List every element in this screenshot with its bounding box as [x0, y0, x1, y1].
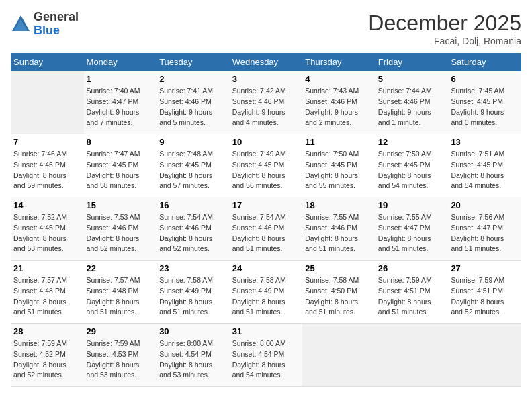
day-number: 11	[305, 137, 373, 147]
day-info: Sunrise: 7:52 AMSunset: 4:45 PMDaylight:…	[13, 212, 81, 255]
day-number: 2	[159, 74, 227, 84]
day-number: 23	[159, 263, 227, 273]
calendar-cell: 11Sunrise: 7:50 AMSunset: 4:45 PMDayligh…	[302, 134, 375, 197]
day-info: Sunrise: 8:00 AMSunset: 4:54 PMDaylight:…	[159, 338, 227, 381]
day-info: Sunrise: 7:50 AMSunset: 4:45 PMDaylight:…	[305, 149, 373, 191]
page-header: General Blue December 2025 Facai, Dolj, …	[11, 11, 521, 46]
calendar-cell: 27Sunrise: 7:59 AMSunset: 4:51 PMDayligh…	[448, 261, 521, 324]
day-info: Sunrise: 7:50 AMSunset: 4:45 PMDaylight:…	[378, 149, 446, 191]
day-info: Sunrise: 7:59 AMSunset: 4:51 PMDaylight:…	[451, 275, 519, 318]
day-info: Sunrise: 7:54 AMSunset: 4:46 PMDaylight:…	[232, 212, 300, 255]
day-info: Sunrise: 7:45 AMSunset: 4:45 PMDaylight:…	[451, 86, 519, 128]
day-number: 15	[87, 200, 154, 210]
calendar-cell: 2Sunrise: 7:41 AMSunset: 4:46 PMDaylight…	[157, 71, 230, 134]
calendar-cell	[302, 324, 375, 387]
month-title: December 2025	[368, 11, 521, 36]
calendar-table: SundayMondayTuesdayWednesdayThursdayFrid…	[11, 53, 521, 387]
day-info: Sunrise: 7:57 AMSunset: 4:48 PMDaylight:…	[13, 275, 81, 318]
day-info: Sunrise: 7:58 AMSunset: 4:49 PMDaylight:…	[232, 275, 300, 318]
weekday-header-friday: Friday	[375, 53, 449, 71]
day-number: 14	[13, 200, 81, 210]
day-number: 21	[13, 263, 81, 273]
day-number: 25	[305, 263, 373, 273]
day-info: Sunrise: 7:44 AMSunset: 4:46 PMDaylight:…	[378, 86, 446, 128]
day-number: 28	[13, 326, 81, 336]
calendar-cell: 6Sunrise: 7:45 AMSunset: 4:45 PMDaylight…	[448, 71, 521, 134]
day-number: 1	[87, 74, 154, 84]
weekday-header-sunday: Sunday	[11, 53, 84, 71]
day-info: Sunrise: 7:40 AMSunset: 4:47 PMDaylight:…	[87, 86, 154, 128]
week-row-2: 7Sunrise: 7:46 AMSunset: 4:45 PMDaylight…	[11, 134, 521, 197]
title-block: December 2025 Facai, Dolj, Romania	[368, 11, 521, 46]
day-info: Sunrise: 7:49 AMSunset: 4:45 PMDaylight:…	[232, 149, 300, 191]
logo-text: General Blue	[34, 11, 79, 38]
day-number: 4	[305, 74, 373, 84]
location: Facai, Dolj, Romania	[368, 36, 521, 46]
week-row-4: 21Sunrise: 7:57 AMSunset: 4:48 PMDayligh…	[11, 261, 521, 324]
weekday-header-saturday: Saturday	[448, 53, 521, 71]
day-number: 20	[451, 200, 519, 210]
calendar-cell: 7Sunrise: 7:46 AMSunset: 4:45 PMDaylight…	[11, 134, 84, 197]
day-number: 7	[13, 137, 81, 147]
day-info: Sunrise: 7:58 AMSunset: 4:49 PMDaylight:…	[159, 275, 227, 318]
day-info: Sunrise: 7:58 AMSunset: 4:50 PMDaylight:…	[305, 275, 373, 318]
calendar-cell: 30Sunrise: 8:00 AMSunset: 4:54 PMDayligh…	[157, 324, 230, 387]
day-info: Sunrise: 7:57 AMSunset: 4:48 PMDaylight:…	[87, 275, 154, 318]
logo: General Blue	[11, 11, 79, 38]
calendar-cell: 23Sunrise: 7:58 AMSunset: 4:49 PMDayligh…	[157, 261, 230, 324]
day-info: Sunrise: 7:55 AMSunset: 4:47 PMDaylight:…	[378, 212, 446, 255]
weekday-header-wednesday: Wednesday	[230, 53, 303, 71]
day-number: 26	[378, 263, 446, 273]
calendar-cell: 12Sunrise: 7:50 AMSunset: 4:45 PMDayligh…	[375, 134, 449, 197]
day-info: Sunrise: 7:46 AMSunset: 4:45 PMDaylight:…	[13, 149, 81, 191]
calendar-cell: 29Sunrise: 7:59 AMSunset: 4:53 PMDayligh…	[84, 324, 157, 387]
weekday-header-row: SundayMondayTuesdayWednesdayThursdayFrid…	[11, 53, 521, 71]
calendar-cell: 8Sunrise: 7:47 AMSunset: 4:45 PMDaylight…	[84, 134, 157, 197]
day-info: Sunrise: 7:47 AMSunset: 4:45 PMDaylight:…	[87, 149, 154, 191]
day-info: Sunrise: 7:42 AMSunset: 4:46 PMDaylight:…	[232, 86, 300, 128]
weekday-header-monday: Monday	[84, 53, 157, 71]
day-info: Sunrise: 7:53 AMSunset: 4:46 PMDaylight:…	[87, 212, 154, 255]
weekday-header-thursday: Thursday	[302, 53, 375, 71]
day-number: 8	[87, 137, 154, 147]
calendar-cell: 26Sunrise: 7:59 AMSunset: 4:51 PMDayligh…	[375, 261, 449, 324]
day-info: Sunrise: 7:48 AMSunset: 4:45 PMDaylight:…	[159, 149, 227, 191]
calendar-cell: 9Sunrise: 7:48 AMSunset: 4:45 PMDaylight…	[157, 134, 230, 197]
logo-icon	[11, 14, 31, 34]
day-number: 30	[159, 326, 227, 336]
weekday-header-tuesday: Tuesday	[157, 53, 230, 71]
day-info: Sunrise: 7:41 AMSunset: 4:46 PMDaylight:…	[159, 86, 227, 128]
day-number: 5	[378, 74, 446, 84]
calendar-cell: 4Sunrise: 7:43 AMSunset: 4:46 PMDaylight…	[302, 71, 375, 134]
day-info: Sunrise: 7:59 AMSunset: 4:53 PMDaylight:…	[87, 338, 154, 381]
day-info: Sunrise: 7:51 AMSunset: 4:45 PMDaylight:…	[451, 149, 519, 191]
day-number: 6	[451, 74, 519, 84]
calendar-cell: 15Sunrise: 7:53 AMSunset: 4:46 PMDayligh…	[84, 197, 157, 261]
day-number: 19	[378, 200, 446, 210]
day-number: 22	[87, 263, 154, 273]
calendar-cell: 24Sunrise: 7:58 AMSunset: 4:49 PMDayligh…	[230, 261, 303, 324]
week-row-5: 28Sunrise: 7:59 AMSunset: 4:52 PMDayligh…	[11, 324, 521, 387]
day-number: 17	[232, 200, 300, 210]
day-number: 31	[232, 326, 300, 336]
calendar-cell: 5Sunrise: 7:44 AMSunset: 4:46 PMDaylight…	[375, 71, 449, 134]
day-number: 3	[232, 74, 300, 84]
day-info: Sunrise: 7:55 AMSunset: 4:46 PMDaylight:…	[305, 212, 373, 255]
day-info: Sunrise: 7:54 AMSunset: 4:46 PMDaylight:…	[159, 212, 227, 255]
calendar-cell: 18Sunrise: 7:55 AMSunset: 4:46 PMDayligh…	[302, 197, 375, 261]
day-info: Sunrise: 8:00 AMSunset: 4:54 PMDaylight:…	[232, 338, 300, 381]
day-number: 12	[378, 137, 446, 147]
day-info: Sunrise: 7:56 AMSunset: 4:47 PMDaylight:…	[451, 212, 519, 255]
calendar-cell: 28Sunrise: 7:59 AMSunset: 4:52 PMDayligh…	[11, 324, 84, 387]
day-number: 9	[159, 137, 227, 147]
day-info: Sunrise: 7:43 AMSunset: 4:46 PMDaylight:…	[305, 86, 373, 128]
day-number: 18	[305, 200, 373, 210]
day-info: Sunrise: 7:59 AMSunset: 4:52 PMDaylight:…	[13, 338, 81, 381]
calendar-cell: 14Sunrise: 7:52 AMSunset: 4:45 PMDayligh…	[11, 197, 84, 261]
calendar-cell	[448, 324, 521, 387]
day-number: 24	[232, 263, 300, 273]
week-row-1: 1Sunrise: 7:40 AMSunset: 4:47 PMDaylight…	[11, 71, 521, 134]
calendar-cell: 31Sunrise: 8:00 AMSunset: 4:54 PMDayligh…	[230, 324, 303, 387]
day-info: Sunrise: 7:59 AMSunset: 4:51 PMDaylight:…	[378, 275, 446, 318]
calendar-cell	[375, 324, 449, 387]
